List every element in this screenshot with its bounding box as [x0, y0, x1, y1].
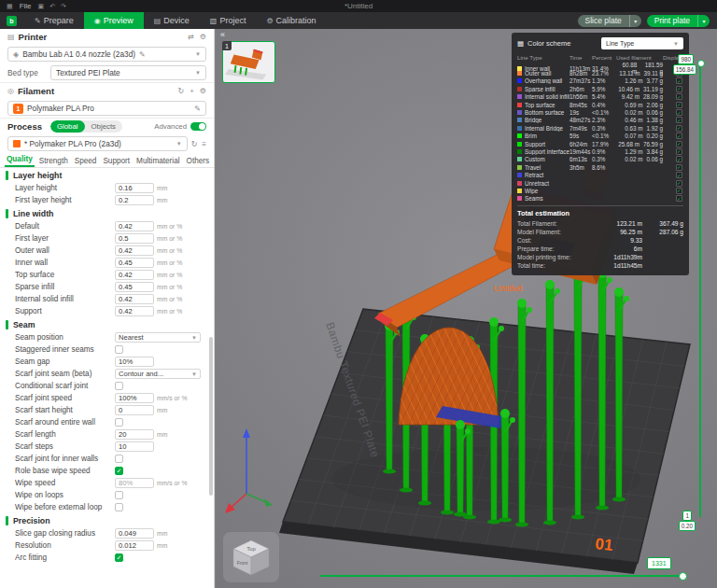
legend-display-checkbox[interactable]: ✓ [676, 133, 682, 139]
move-slider[interactable] [320, 575, 686, 577]
legend-display-checkbox[interactable]: ✓ [676, 102, 682, 108]
tab-project[interactable]: ▧Project [200, 12, 257, 29]
param-input[interactable]: 0.45 [115, 258, 154, 268]
legend-display-checkbox[interactable]: ✓ [676, 188, 682, 194]
sync-icon[interactable]: ↻ [191, 140, 198, 148]
tab-calibration[interactable]: ⚙Calibration [256, 12, 326, 29]
param-checkbox[interactable] [115, 455, 123, 463]
bed-type-dropdown[interactable]: Textured PEI Plate ▼ [50, 65, 206, 80]
param-input[interactable]: 10 [115, 441, 154, 452]
param-tab-multimaterial[interactable]: Multimaterial [134, 157, 181, 167]
redo-icon[interactable]: ↷ [61, 0, 66, 12]
save-icon[interactable]: ▣ [38, 0, 45, 12]
param-checkbox[interactable]: ✓ [115, 467, 123, 475]
param-tab-quality[interactable]: Quality [5, 155, 35, 167]
preview-3d-viewport[interactable]: Bambu Textured PEI Plate Untitled 01 [216, 29, 717, 588]
legend-display-checkbox[interactable]: ✓ [676, 141, 682, 147]
param-select[interactable]: Nearest▼ [115, 332, 201, 343]
print-dropdown-icon[interactable]: ▾ [697, 15, 710, 27]
param-input[interactable]: 80% [115, 478, 154, 488]
objects-toggle[interactable]: Objects [85, 120, 122, 133]
edit-printer-icon[interactable]: ✎ [139, 50, 146, 59]
tab-device[interactable]: ▤Device [144, 12, 200, 29]
swap-icon[interactable]: ⇄ [188, 33, 194, 41]
legend-display-checkbox[interactable]: ✓ [676, 156, 682, 162]
param-checkbox[interactable] [115, 345, 123, 354]
param-tab-others[interactable]: Others [185, 157, 212, 167]
section-header[interactable]: Precision [0, 513, 214, 527]
param-input[interactable]: 0.42 [115, 270, 154, 280]
param-input[interactable]: 0 [115, 405, 154, 415]
param-input[interactable]: 0.45 [115, 282, 154, 292]
legend-display-checkbox[interactable]: ✓ [676, 117, 682, 123]
axis-gizmo[interactable] [225, 428, 273, 513]
tab-prepare[interactable]: ✎Prepare [24, 12, 84, 29]
param-select[interactable]: Contour and...▼ [115, 369, 201, 379]
orientation-cube[interactable]: Top Front [222, 531, 280, 583]
section-header[interactable]: Line width [0, 206, 214, 220]
section-header[interactable]: Layer height [0, 168, 214, 182]
printer-preset-dropdown[interactable]: ◈ Bambu Lab A1 0.4 nozzle (2a3d) ✎ ▼ [7, 47, 206, 62]
sidebar-scrollbar[interactable] [209, 337, 213, 496]
param-input[interactable]: 0.42 [115, 221, 154, 231]
param-checkbox[interactable] [115, 382, 123, 390]
plate-name-label[interactable]: Untitled [494, 284, 523, 293]
view-mode-dropdown[interactable]: Line Type ▼ [601, 37, 683, 49]
legend-display-checkbox[interactable]: ✓ [676, 109, 682, 116]
global-toggle[interactable]: Global [50, 120, 85, 133]
app-grid-icon[interactable]: ▦ [7, 0, 13, 12]
settings-icon[interactable]: ⚙ [200, 87, 206, 95]
legend-display-checkbox[interactable]: ✓ [676, 86, 682, 92]
cube-top-label[interactable]: Top [246, 546, 256, 552]
process-scope-toggle[interactable]: Global Objects [50, 120, 122, 133]
undo-icon[interactable]: ↶ [49, 0, 55, 12]
edit-filament-icon[interactable]: ✎ [194, 105, 201, 113]
param-input[interactable]: 0.2 [115, 195, 154, 205]
process-preset-dropdown[interactable]: * Polymaker PLA Pro (2a3d) ▼ [7, 136, 188, 151]
legend-display-checkbox[interactable]: ✓ [676, 172, 682, 178]
print-plate-button[interactable]: Print plate ▾ [647, 15, 710, 27]
settings-icon[interactable]: ⚙ [200, 33, 206, 41]
sync-icon[interactable]: ↻ [177, 87, 184, 95]
tab-preview[interactable]: ◉Preview [84, 12, 144, 29]
param-tab-speed[interactable]: Speed [73, 157, 99, 167]
slice-plate-button[interactable]: Slice plate ▾ [578, 15, 641, 27]
legend-display-checkbox[interactable]: ✓ [676, 125, 682, 132]
plate-thumbnail[interactable]: 1 [222, 41, 275, 83]
add-icon[interactable]: + [190, 87, 194, 95]
param-checkbox[interactable]: ✓ [115, 553, 123, 562]
filament-preset-dropdown[interactable]: 1 Polymaker PLA Pro ✎ [7, 101, 206, 116]
collapse-panel-icon[interactable]: « [220, 30, 225, 39]
param-input[interactable]: 0.5 [115, 233, 154, 244]
section-header[interactable]: Seam [0, 317, 214, 331]
param-input[interactable]: 0.012 [115, 540, 154, 551]
param-input[interactable]: 0.42 [115, 245, 154, 256]
param-checkbox[interactable] [115, 491, 123, 499]
param-tab-strength[interactable]: Strength [37, 157, 70, 167]
param-input[interactable]: 100% [115, 393, 154, 403]
move-slider-handle[interactable] [679, 572, 687, 581]
param-input[interactable]: 0.42 [115, 306, 154, 316]
legend-display-checkbox[interactable]: ✓ [676, 180, 682, 187]
legend-display-checkbox[interactable]: ✓ [676, 77, 682, 84]
advanced-toggle[interactable] [190, 122, 206, 131]
layer-slider-handle[interactable] [697, 60, 705, 67]
menu-icon[interactable]: ≡ [202, 140, 206, 148]
param-checkbox[interactable] [115, 503, 123, 511]
legend-display-checkbox[interactable]: ✓ [676, 93, 682, 100]
param-checkbox[interactable] [115, 418, 123, 427]
param-input[interactable]: 20 [115, 429, 154, 440]
param-input[interactable]: 0.049 [115, 528, 154, 539]
legend-display-checkbox[interactable]: ✓ [676, 195, 682, 202]
file-menu[interactable]: File [20, 2, 32, 10]
legend-display-checkbox[interactable]: ✓ [676, 148, 682, 155]
layer-slider[interactable] [699, 64, 701, 517]
cube-front-label[interactable]: Front [237, 560, 248, 566]
param-input[interactable]: 10% [115, 357, 154, 367]
param-input[interactable]: 0.42 [115, 294, 154, 304]
legend-display-checkbox[interactable]: ✓ [676, 164, 682, 171]
filament-color-swatch[interactable]: 1 [13, 104, 23, 114]
slice-dropdown-icon[interactable]: ▾ [629, 15, 641, 27]
param-tab-support[interactable]: Support [101, 157, 132, 167]
param-input[interactable]: 0.16 [115, 183, 154, 193]
